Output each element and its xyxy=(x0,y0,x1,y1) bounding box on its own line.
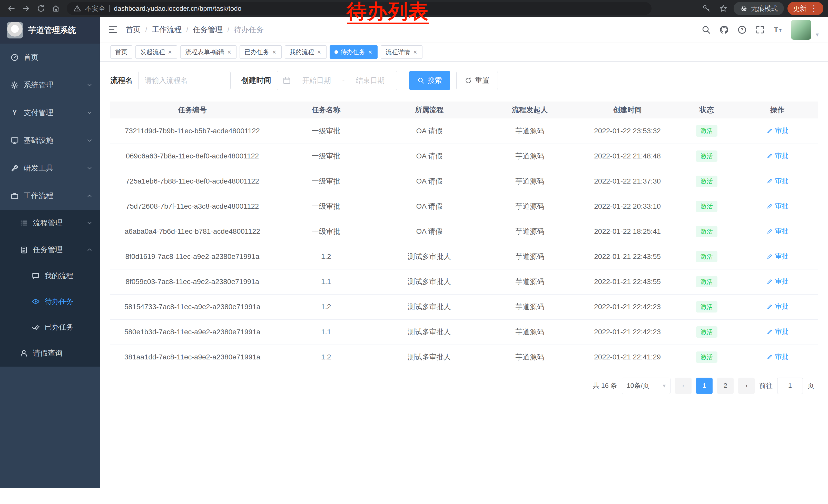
bookmark-star-button[interactable] xyxy=(717,2,730,15)
process-cell: OA 请假 xyxy=(378,119,481,144)
chevron-down-icon[interactable]: ▾ xyxy=(816,31,819,40)
github-icon[interactable] xyxy=(719,25,729,35)
sidebar-item-done-tasks[interactable]: 已办任务 xyxy=(0,314,100,340)
page-button-1[interactable]: 1 xyxy=(696,378,713,394)
sidebar-item-process-management[interactable]: 流程管理 xyxy=(0,210,100,236)
process-name-input[interactable] xyxy=(138,71,231,90)
edit-icon xyxy=(767,253,773,260)
approve-link[interactable]: 审批 xyxy=(767,126,788,135)
tab-close-icon[interactable]: × xyxy=(272,49,277,55)
sidebar-item-home[interactable]: 首页 xyxy=(0,44,100,71)
chevron-down-icon xyxy=(86,165,93,172)
breadcrumb-task-management[interactable]: 任务管理 xyxy=(193,25,223,35)
help-icon[interactable]: ? xyxy=(737,25,747,35)
back-button[interactable] xyxy=(5,2,18,15)
sidebar-item-infrastructure[interactable]: 基础设施 xyxy=(0,127,100,154)
breadcrumb-home[interactable]: 首页 xyxy=(126,25,140,35)
sidebar-item-dev-tools[interactable]: 研发工具 xyxy=(0,154,100,182)
avatar[interactable] xyxy=(791,20,811,40)
sidebar-item-my-processes[interactable]: 我的流程 xyxy=(0,263,100,289)
sidebar-item-todo-tasks[interactable]: 待办任务 xyxy=(0,289,100,314)
status-cell: 激活 xyxy=(676,169,737,194)
breadcrumb-workflow[interactable]: 工作流程 xyxy=(152,25,181,35)
created-cell: 2022-01-22 20:33:10 xyxy=(579,194,676,219)
tab-done-tasks[interactable]: 已办任务 × xyxy=(240,45,281,59)
approve-link[interactable]: 审批 xyxy=(767,201,788,211)
search-icon[interactable] xyxy=(701,25,711,35)
sidebar-item-leave-query[interactable]: 请假查询 xyxy=(0,340,100,367)
password-key-button[interactable] xyxy=(700,2,713,15)
approve-link[interactable]: 审批 xyxy=(767,352,788,361)
approve-link[interactable]: 审批 xyxy=(767,252,788,261)
home-button[interactable] xyxy=(49,2,63,15)
search-button[interactable]: 搜索 xyxy=(409,71,450,90)
task-id-cell: 73211d9d-7b9b-11ec-b5b7-acde48001122 xyxy=(110,119,275,144)
app-frame: 芋道管理系统 首页 系统管理 ¥ 支付管理 基础设施 xyxy=(0,17,828,504)
column-actions: 操作 xyxy=(737,101,818,119)
sidebar-item-workflow[interactable]: 工作流程 xyxy=(0,182,100,210)
status-badge: 激活 xyxy=(696,226,717,237)
tab-close-icon[interactable]: × xyxy=(227,49,232,55)
fullscreen-icon[interactable] xyxy=(755,25,765,35)
font-size-icon[interactable]: TT xyxy=(773,25,783,35)
action-cell: 审批 xyxy=(737,319,818,345)
sidebar-item-payment-management[interactable]: ¥ 支付管理 xyxy=(0,99,100,127)
page-button-2[interactable]: 2 xyxy=(717,378,734,394)
approve-link[interactable]: 审批 xyxy=(767,176,788,185)
tab-home[interactable]: 首页 xyxy=(110,45,132,59)
address-divider xyxy=(109,5,110,12)
star-icon xyxy=(719,4,728,13)
created-cell: 2022-01-22 18:25:41 xyxy=(579,219,676,244)
main-area: 首页 / 工作流程 / 任务管理 / 待办任务 ? TT ▾ 首页 xyxy=(100,17,828,504)
task-id-cell: 069c6a63-7b8a-11ec-8ef0-acde48001122 xyxy=(110,144,275,169)
url-text: dashboard.yudao.iocoder.cn/bpm/task/todo xyxy=(114,5,241,12)
breadcrumb-current: 待办任务 xyxy=(234,25,264,35)
prev-page-button[interactable]: ‹ xyxy=(675,378,692,394)
approve-link[interactable]: 审批 xyxy=(767,151,788,160)
warning-icon xyxy=(73,5,81,12)
reset-button[interactable]: 重置 xyxy=(456,71,498,90)
approve-link[interactable]: 审批 xyxy=(767,277,788,286)
tab-close-icon[interactable]: × xyxy=(368,49,373,55)
next-page-button[interactable]: › xyxy=(738,378,755,394)
date-range-picker[interactable]: 开始日期 - 结束日期 xyxy=(277,71,397,90)
tab-todo-tasks[interactable]: 待办任务 × xyxy=(330,45,378,59)
sidebar-item-task-management[interactable]: 任务管理 xyxy=(0,236,100,263)
tab-process-form-edit[interactable]: 流程表单-编辑 × xyxy=(180,45,237,59)
sidebar-item-system-management[interactable]: 系统管理 xyxy=(0,71,100,99)
task-name-cell: 一级审批 xyxy=(275,169,378,194)
yen-icon: ¥ xyxy=(10,108,19,117)
update-button[interactable]: 更新 ⋮ xyxy=(787,2,823,15)
process-cell: 测试多审批人 xyxy=(378,244,481,269)
forward-button[interactable] xyxy=(19,2,33,15)
task-id-cell: 75d72608-7b7f-11ec-a3c8-acde48001122 xyxy=(110,194,275,219)
breadcrumb-separator: / xyxy=(186,26,188,34)
dashboard-icon xyxy=(10,53,19,62)
approve-link[interactable]: 审批 xyxy=(767,227,788,236)
column-initiator: 流程发起人 xyxy=(481,101,579,119)
tab-initiate-process[interactable]: 发起流程 × xyxy=(135,45,177,59)
search-icon xyxy=(417,77,424,84)
active-tab-dot xyxy=(334,50,338,54)
tab-process-detail[interactable]: 流程详情 × xyxy=(381,45,422,59)
chevron-up-icon xyxy=(86,192,93,199)
page-size-select[interactable]: 10条/页 ▾ xyxy=(622,378,670,394)
approve-link[interactable]: 审批 xyxy=(767,327,788,336)
approve-link[interactable]: 审批 xyxy=(767,302,788,311)
goto-page-input[interactable] xyxy=(777,378,803,394)
more-menu-icon[interactable]: ⋮ xyxy=(810,5,818,12)
refresh-button[interactable] xyxy=(34,2,48,15)
svg-text:¥: ¥ xyxy=(13,109,17,117)
status-cell: 激活 xyxy=(676,219,737,244)
app-logo[interactable]: 芋道管理系统 xyxy=(0,17,100,44)
created-cell: 2022-01-21 22:42:23 xyxy=(579,319,676,345)
svg-text:T: T xyxy=(774,26,778,34)
table-row: 8f059c03-7ac8-11ec-a9e2-a2380e71991a 1.1… xyxy=(110,269,818,294)
tab-close-icon[interactable]: × xyxy=(167,49,172,55)
tab-close-icon[interactable]: × xyxy=(413,49,418,55)
initiator-cell: 芋道源码 xyxy=(481,144,579,169)
tab-my-processes[interactable]: 我的流程 × xyxy=(285,45,327,59)
menu-fold-icon[interactable] xyxy=(108,25,118,35)
process-cell: 测试多审批人 xyxy=(378,269,481,294)
tab-close-icon[interactable]: × xyxy=(317,49,322,55)
